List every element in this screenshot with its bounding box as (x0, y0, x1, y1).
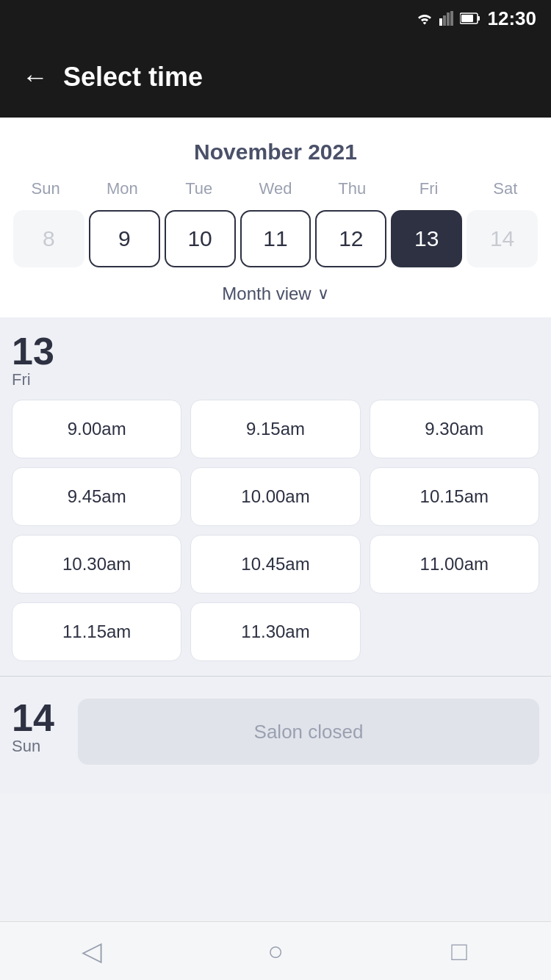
svg-rect-5 (478, 16, 480, 21)
app-header: ← Select time (0, 37, 551, 118)
time-slot-900[interactable]: 9.00am (12, 400, 181, 458)
date-row: 8 9 10 11 12 13 14 (7, 206, 544, 276)
slots-grid-13: 9.00am 9.15am 9.30am 9.45am 10.00am 10.1… (12, 400, 539, 661)
day-header-sat: Sat (467, 176, 544, 206)
day-14-label: 14 Sun (12, 699, 63, 756)
time-slot-930[interactable]: 9.30am (370, 400, 539, 458)
battery-icon (460, 12, 480, 24)
slots-section: 13 Fri 9.00am 9.15am 9.30am 9.45am 10.00… (0, 317, 551, 794)
time-slot-915[interactable]: 9.15am (190, 400, 360, 458)
date-cell-14[interactable]: 14 (467, 210, 538, 267)
month-year-title: November 2021 (7, 132, 544, 176)
nav-recent-button[interactable]: □ (437, 929, 481, 973)
svg-rect-2 (447, 12, 450, 26)
day-header-wed: Wed (237, 176, 314, 206)
svg-rect-3 (450, 11, 453, 26)
day-13-number: 13 (12, 332, 54, 370)
day-14-number: 14 (12, 699, 54, 737)
salon-closed-label: Salon closed (78, 699, 539, 765)
day-header-sun: Sun (7, 176, 84, 206)
nav-home-button[interactable]: ○ (253, 929, 298, 973)
time-slot-1000[interactable]: 10.00am (190, 467, 360, 526)
svg-rect-1 (443, 15, 446, 26)
page-title: Select time (63, 62, 203, 93)
bottom-nav: ◁ ○ □ (0, 921, 551, 980)
nav-back-button[interactable]: ◁ (70, 929, 114, 973)
time-slot-1015[interactable]: 10.15am (370, 467, 539, 526)
time-slot-1100[interactable]: 11.00am (370, 535, 539, 594)
date-cell-8[interactable]: 8 (13, 210, 84, 267)
day-14-section: 14 Sun Salon closed (0, 684, 551, 779)
time-slot-1045[interactable]: 10.45am (190, 535, 360, 594)
time-slot-1030[interactable]: 10.30am (12, 535, 181, 594)
month-view-label: Month view (222, 284, 311, 304)
time-slot-1130[interactable]: 11.30am (190, 602, 360, 661)
day-header-tue: Tue (161, 176, 237, 206)
day-header-mon: Mon (84, 176, 160, 206)
day-13-label: 13 Fri (12, 332, 539, 389)
date-cell-13[interactable]: 13 (391, 210, 462, 267)
status-time: 12:30 (488, 7, 537, 30)
date-cell-12[interactable]: 12 (315, 210, 386, 267)
status-bar: 12:30 (0, 0, 551, 37)
day-header-thu: Thu (314, 176, 390, 206)
day-headers: Sun Mon Tue Wed Thu Fri Sat (7, 176, 544, 206)
date-cell-11[interactable]: 11 (240, 210, 311, 267)
back-button[interactable]: ← (22, 64, 48, 90)
day-14-name: Sun (12, 737, 40, 756)
date-cell-9[interactable]: 9 (89, 210, 160, 267)
time-slot-945[interactable]: 9.45am (12, 467, 181, 526)
date-cell-10[interactable]: 10 (165, 210, 236, 267)
section-divider (0, 676, 551, 677)
calendar-section: November 2021 Sun Mon Tue Wed Thu Fri Sa… (0, 118, 551, 317)
day-13-slots: 13 Fri 9.00am 9.15am 9.30am 9.45am 10.00… (0, 317, 551, 669)
chevron-down-icon: ∨ (317, 284, 329, 303)
wifi-icon (416, 11, 433, 26)
day-13-name: Fri (12, 370, 31, 389)
day-header-fri: Fri (390, 176, 467, 206)
status-icons (416, 11, 480, 26)
month-view-toggle[interactable]: Month view ∨ (7, 276, 544, 317)
signal-icon (439, 11, 454, 26)
svg-rect-6 (461, 15, 473, 22)
time-slot-1115[interactable]: 11.15am (12, 602, 181, 661)
svg-rect-0 (439, 18, 442, 26)
